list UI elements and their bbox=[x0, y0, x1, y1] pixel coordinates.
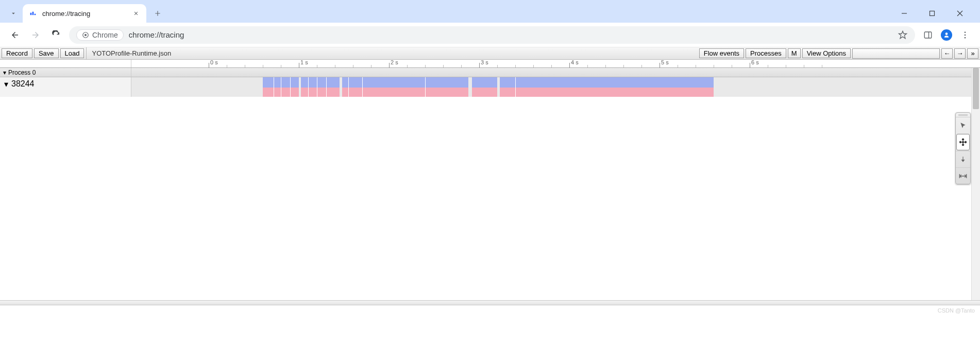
svg-point-2 bbox=[85, 33, 87, 36]
url-text: chrome://tracing bbox=[129, 30, 184, 39]
processes-button[interactable]: Processes bbox=[746, 48, 786, 58]
arrow-left-icon bbox=[10, 30, 20, 40]
scroll-left-button[interactable]: ← bbox=[941, 48, 953, 59]
process-header: ▾ Process 0 X bbox=[0, 68, 980, 77]
tracing-toolbar: Record Save Load YOTOProfile-Runtime.jso… bbox=[0, 47, 980, 60]
omnibox[interactable]: Chrome chrome://tracing bbox=[69, 26, 915, 44]
tab-close-button[interactable] bbox=[132, 9, 140, 18]
profile-button[interactable] bbox=[941, 29, 952, 41]
svg-rect-0 bbox=[930, 11, 935, 16]
pan-tool-button[interactable] bbox=[956, 134, 970, 150]
tab-title: chrome://tracing bbox=[42, 10, 127, 18]
new-tab-button[interactable] bbox=[150, 6, 165, 21]
chrome-logo-icon bbox=[82, 31, 89, 39]
timeline-ruler-row: 0 s1 s2 s3 s4 s5 s6 s bbox=[0, 60, 980, 68]
move-icon bbox=[959, 138, 967, 146]
process-name: Process 0 bbox=[8, 69, 36, 76]
process-header-toggle[interactable]: ▾ Process 0 bbox=[0, 68, 131, 77]
m-button[interactable]: M bbox=[788, 48, 801, 58]
flow-events-button[interactable]: Flow events bbox=[699, 48, 744, 58]
back-button[interactable] bbox=[7, 27, 23, 43]
svg-point-6 bbox=[965, 34, 966, 36]
chevron-down-icon bbox=[10, 10, 17, 17]
svg-point-7 bbox=[965, 37, 966, 38]
person-icon bbox=[943, 31, 950, 39]
window-maximize-button[interactable] bbox=[923, 9, 941, 19]
window-minimize-button[interactable] bbox=[895, 9, 913, 19]
loaded-filename: YOTOProfile-Runtime.json bbox=[86, 47, 176, 59]
overflow-button[interactable]: » bbox=[967, 48, 978, 59]
watermark-text: CSDN @Tanto bbox=[938, 307, 975, 314]
tool-palette[interactable] bbox=[955, 112, 971, 184]
triangle-down-icon: ▾ bbox=[4, 79, 8, 89]
timeline-ruler[interactable]: 0 s1 s2 s3 s4 s5 s6 s bbox=[131, 60, 980, 68]
window-titlebar: chrome://tracing bbox=[0, 0, 980, 23]
url-toolbar: Chrome chrome://tracing bbox=[0, 23, 980, 47]
view-options-button[interactable]: View Options bbox=[802, 48, 851, 58]
kebab-menu-icon[interactable] bbox=[960, 30, 970, 40]
plus-icon bbox=[154, 10, 161, 17]
site-chip[interactable]: Chrome bbox=[76, 29, 124, 41]
window-controls bbox=[895, 9, 974, 23]
save-button[interactable]: Save bbox=[34, 48, 59, 58]
load-button[interactable]: Load bbox=[60, 48, 85, 58]
thread-label-toggle[interactable]: ▾ 38244 bbox=[0, 77, 131, 97]
forward-button[interactable] bbox=[28, 27, 43, 43]
selection-tool-button[interactable] bbox=[956, 117, 970, 133]
arrow-right-icon bbox=[31, 30, 40, 40]
palette-grip[interactable] bbox=[956, 113, 970, 117]
empty-timeline-area bbox=[0, 97, 971, 300]
tracing-favicon-icon bbox=[29, 9, 37, 18]
timing-tool-button[interactable] bbox=[956, 167, 970, 184]
site-chip-label: Chrome bbox=[92, 31, 118, 39]
triangle-down-icon: ▾ bbox=[3, 69, 6, 76]
scrollbar-thumb[interactable] bbox=[973, 68, 979, 109]
side-panel-icon[interactable] bbox=[923, 30, 933, 40]
extensions-area bbox=[920, 29, 973, 41]
arrow-down-icon bbox=[959, 156, 967, 163]
window-close-button[interactable] bbox=[951, 9, 969, 19]
scroll-right-button[interactable]: → bbox=[954, 48, 966, 59]
details-drag-handle[interactable] bbox=[0, 300, 980, 305]
thread-track[interactable] bbox=[131, 77, 980, 97]
record-button[interactable]: Record bbox=[2, 48, 32, 58]
search-field[interactable] bbox=[852, 48, 940, 59]
vertical-scrollbar[interactable] bbox=[971, 68, 980, 300]
reload-button[interactable] bbox=[48, 27, 64, 43]
horizontal-arrows-icon bbox=[959, 173, 967, 179]
reload-icon bbox=[52, 30, 61, 40]
thread-row: ▾ 38244 bbox=[0, 77, 980, 98]
bookmark-star-icon[interactable] bbox=[898, 30, 908, 40]
svg-rect-3 bbox=[924, 32, 932, 38]
browser-tab[interactable]: chrome://tracing bbox=[23, 4, 146, 23]
zoom-tool-button[interactable] bbox=[956, 151, 970, 167]
tab-search-button[interactable] bbox=[6, 6, 21, 21]
svg-point-5 bbox=[965, 31, 966, 33]
cursor-icon bbox=[959, 122, 967, 129]
thread-id: 38244 bbox=[11, 79, 35, 89]
close-icon bbox=[133, 11, 139, 16]
